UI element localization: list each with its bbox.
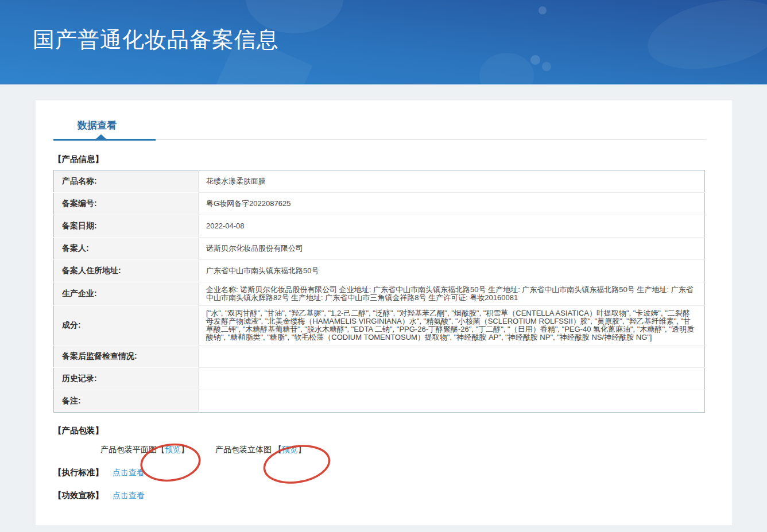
table-row: 产品名称: 花缕水漾柔肤面膜	[54, 170, 705, 193]
row-label: 历史记录:	[54, 368, 199, 390]
row-label: 生产企业:	[54, 282, 199, 306]
exec-standard-label: 【执行标准】	[53, 468, 103, 477]
table-row: 生产企业: 企业名称: 诺斯贝尔化妆品股份有限公司 企业地址: 广东省中山市南头…	[54, 282, 705, 306]
row-value: 粤G妆网备字2022087625	[199, 193, 705, 215]
page-header: 国产普通化妆品备案信息	[0, 0, 767, 85]
row-label: 备案编号:	[54, 193, 199, 215]
section-title-product-info: 【产品信息】	[53, 154, 707, 165]
package-3d-label: 产品包装立体图 【	[215, 445, 282, 454]
row-value: 诺斯贝尔化妆品股份有限公司	[199, 238, 705, 260]
table-row: 备案日期: 2022-04-08	[54, 215, 705, 238]
package-flat-preview-link[interactable]: 预览	[165, 445, 181, 454]
decorative-dot	[530, 55, 540, 65]
table-row: 备注:	[54, 390, 705, 413]
package-3d-label-close: 】	[298, 445, 306, 454]
row-value	[199, 390, 705, 413]
section-title-product-package: 【产品包装】	[53, 425, 707, 436]
package-flat-label-close: 】	[181, 445, 189, 454]
efficacy-claim-row: 【功效宣称】 点击查看	[53, 490, 707, 501]
page-body: 数据查看 【产品信息】 产品名称: 花缕水漾柔肤面膜 备案编号: 粤G妆网备字2…	[0, 85, 767, 525]
decorative-dot	[542, 62, 551, 71]
row-label: 备案人住所地址:	[54, 260, 199, 282]
table-row: 备案编号: 粤G妆网备字2022087625	[54, 193, 705, 215]
exec-standard-row: 【执行标准】 点击查看	[53, 467, 707, 478]
row-label: 备注:	[54, 390, 199, 413]
decorative-ellipse	[479, 53, 534, 85]
product-info-table: 产品名称: 花缕水漾柔肤面膜 备案编号: 粤G妆网备字2022087625 备案…	[53, 170, 705, 413]
page-title: 国产普通化妆品备案信息	[0, 0, 767, 55]
row-label: 产品名称:	[54, 170, 199, 193]
row-value: ["水", "双丙甘醇", "甘油", "羟乙基脲", "1,2-己二醇", "…	[199, 306, 705, 345]
row-label: 成分:	[54, 306, 199, 345]
row-value	[199, 345, 705, 368]
row-value: 花缕水漾柔肤面膜	[199, 170, 705, 193]
efficacy-claim-view-link[interactable]: 点击查看	[113, 491, 145, 500]
row-value: 企业名称: 诺斯贝尔化妆品股份有限公司 企业地址: 广东省中山市南头镇东福北路5…	[199, 282, 705, 306]
row-value: 2022-04-08	[199, 215, 705, 238]
efficacy-claim-label: 【功效宣称】	[53, 491, 103, 500]
row-label: 备案后监督检查情况:	[54, 345, 199, 368]
package-3d-preview-link[interactable]: 预览	[282, 445, 298, 454]
package-preview-row: 产品包装平面图【预览】 产品包装立体图 【预览】	[100, 445, 707, 455]
table-row: 历史记录:	[54, 368, 705, 390]
tab-bar: 数据查看	[53, 114, 707, 140]
exec-standard-view-link[interactable]: 点击查看	[113, 468, 145, 477]
package-flat-image-item: 产品包装平面图【预览】	[100, 445, 189, 455]
table-row: 备案后监督检查情况:	[54, 345, 705, 368]
table-row: 成分: ["水", "双丙甘醇", "甘油", "羟乙基脲", "1,2-己二醇…	[54, 306, 705, 345]
row-value	[199, 368, 705, 390]
table-row: 备案人: 诺斯贝尔化妆品股份有限公司	[54, 238, 705, 260]
row-value: 广东省中山市南头镇东福北路50号	[199, 260, 705, 282]
package-flat-label: 产品包装平面图【	[100, 445, 165, 454]
row-label: 备案日期:	[54, 215, 199, 238]
tab-data-view[interactable]: 数据查看	[78, 119, 117, 132]
package-3d-image-item: 产品包装立体图 【预览】	[215, 445, 306, 455]
row-label: 备案人:	[54, 238, 199, 260]
content-card: 数据查看 【产品信息】 产品名称: 花缕水漾柔肤面膜 备案编号: 粤G妆网备字2…	[36, 100, 732, 525]
tab-active-underline	[53, 139, 156, 141]
tab-active-caret-icon	[96, 134, 106, 139]
table-row: 备案人住所地址: 广东省中山市南头镇东福北路50号	[54, 260, 705, 282]
